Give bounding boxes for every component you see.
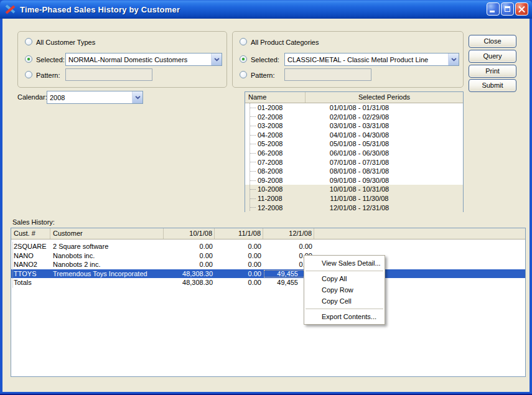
sales-cell[interactable]: Nanobots inc. bbox=[50, 251, 164, 261]
context-menu-item[interactable]: Copy All bbox=[304, 273, 385, 284]
period-range: 05/01/08 - 05/31/08 bbox=[306, 139, 463, 149]
radio-all-product-categories[interactable] bbox=[240, 38, 247, 45]
period-name: 02-2008 bbox=[258, 113, 282, 122]
sales-column-header[interactable]: 12/1/08 bbox=[263, 228, 314, 239]
sales-row[interactable]: Totals48,308.300.0049,455 bbox=[11, 278, 525, 287]
minimize-button[interactable] bbox=[487, 2, 500, 16]
period-row[interactable]: 09-200809/01/08 - 09/30/08 bbox=[245, 176, 463, 185]
sales-row[interactable]: 2SQUARE2 Square software0.000.000.00 bbox=[11, 242, 525, 251]
period-name: 10-2008 bbox=[258, 185, 282, 194]
product-category-dropdown[interactable]: CLASSIC-METAL - Classic Metal Product Li… bbox=[284, 53, 459, 66]
sales-cell[interactable]: Tremendous Toys Incorporated bbox=[50, 269, 164, 279]
period-range: 02/01/08 - 02/29/08 bbox=[306, 113, 463, 122]
period-row[interactable]: 06-200806/01/08 - 06/30/08 bbox=[245, 149, 463, 158]
all-customer-types-label: All Customer Types bbox=[36, 39, 95, 46]
period-name: 07-2008 bbox=[258, 158, 282, 167]
dropdown-arrow-icon[interactable] bbox=[132, 91, 142, 103]
period-row[interactable]: 05-200805/01/08 - 05/31/08 bbox=[245, 139, 463, 149]
tree-branch-icon bbox=[250, 189, 256, 190]
sales-cell[interactable]: 0.00 bbox=[164, 242, 215, 251]
period-name: 11-2008 bbox=[258, 194, 282, 203]
product-selected-label: Selected: bbox=[251, 56, 279, 63]
product-pattern-label: Pattern: bbox=[251, 72, 275, 79]
sales-cell[interactable] bbox=[50, 278, 164, 287]
radio-customer-pattern[interactable] bbox=[25, 71, 32, 78]
dropdown-arrow-icon[interactable] bbox=[448, 53, 459, 65]
radio-all-customer-types[interactable] bbox=[25, 38, 32, 45]
period-range: 06/01/08 - 06/30/08 bbox=[306, 149, 463, 158]
tree-branch-icon bbox=[250, 198, 256, 199]
period-row[interactable]: 12-200812/01/08 - 12/31/08 bbox=[245, 203, 463, 213]
sales-cell[interactable]: 0.00 bbox=[215, 260, 263, 269]
context-menu-item[interactable]: Copy Row bbox=[304, 284, 385, 295]
sales-cell[interactable]: Totals bbox=[11, 278, 50, 287]
sales-cell[interactable]: TTOYS bbox=[11, 269, 50, 279]
sales-row[interactable]: NANO2Nanobots 2 inc.0.000.000.00 bbox=[11, 260, 525, 269]
tree-branch-icon bbox=[250, 116, 256, 117]
customer-pattern-label: Pattern: bbox=[36, 72, 60, 79]
radio-product-selected[interactable] bbox=[240, 55, 247, 63]
product-pattern-input[interactable] bbox=[284, 68, 371, 81]
customer-type-dropdown[interactable]: NORMAL-Normal Domestic Customers bbox=[65, 53, 222, 66]
period-row[interactable]: 08-200808/01/08 - 08/31/08 bbox=[245, 167, 463, 176]
calendar-dropdown[interactable]: 2008 bbox=[47, 91, 143, 104]
sales-column-header[interactable]: 11/1/08 bbox=[215, 228, 263, 239]
period-name: 01-2008 bbox=[258, 103, 282, 113]
period-name: 09-2008 bbox=[258, 176, 282, 185]
sales-cell[interactable]: 2SQUARE bbox=[11, 242, 50, 251]
sales-column-header[interactable]: 10/1/08 bbox=[164, 228, 215, 239]
maximize-button[interactable] bbox=[501, 2, 514, 16]
sales-cell[interactable]: 0.00 bbox=[215, 242, 263, 251]
tree-branch-icon bbox=[250, 135, 256, 136]
radio-product-pattern[interactable] bbox=[240, 71, 247, 78]
period-name: 08-2008 bbox=[258, 167, 282, 176]
sales-column-header[interactable]: Customer bbox=[50, 228, 164, 239]
close-button[interactable]: Close bbox=[469, 35, 516, 48]
period-row[interactable]: 10-200810/01/08 - 10/31/08 bbox=[245, 185, 463, 194]
radio-customer-selected[interactable] bbox=[25, 55, 32, 63]
dropdown-arrow-icon[interactable] bbox=[211, 53, 222, 65]
print-button[interactable]: Print bbox=[469, 65, 516, 78]
context-menu-item[interactable]: Copy Cell bbox=[304, 295, 385, 307]
sales-cell[interactable]: Nanobots 2 inc. bbox=[50, 260, 164, 269]
sales-cell[interactable]: 48,308.30 bbox=[164, 269, 215, 279]
sales-cell[interactable]: NANO2 bbox=[11, 260, 50, 269]
sales-row[interactable]: NANONanobots inc.0.000.000.00 bbox=[11, 251, 525, 261]
period-row[interactable]: 07-200807/01/08 - 07/31/08 bbox=[245, 158, 463, 167]
period-row[interactable]: 11-200811/01/08 - 11/30/08 bbox=[245, 194, 463, 203]
context-menu-item[interactable]: View Sales Detail... bbox=[304, 258, 385, 269]
sales-cell[interactable]: 0.00 bbox=[164, 251, 215, 261]
sales-history-table: Cust. #Customer10/1/0811/1/0812/1/08 2SQ… bbox=[11, 228, 526, 377]
sales-cell[interactable]: 0.00 bbox=[263, 242, 314, 251]
period-row[interactable]: 03-200803/01/08 - 03/31/08 bbox=[245, 121, 463, 131]
periods-col-selected-periods[interactable]: Selected Periods bbox=[306, 92, 463, 103]
sales-row[interactable]: TTOYSTremendous Toys Incorporated48,308.… bbox=[11, 269, 525, 279]
close-window-button[interactable] bbox=[515, 2, 528, 16]
period-range: 11/01/08 - 11/30/08 bbox=[306, 194, 463, 203]
sales-cell[interactable]: 0.00 bbox=[215, 269, 263, 279]
sales-header-filler bbox=[314, 228, 525, 239]
period-row[interactable]: 02-200802/01/08 - 02/29/08 bbox=[245, 113, 463, 122]
titlebar[interactable]: Time-Phased Sales History by Customer bbox=[0, 0, 532, 19]
customer-pattern-input[interactable] bbox=[65, 68, 152, 81]
period-row[interactable]: 04-200804/01/08 - 04/30/08 bbox=[245, 131, 463, 140]
tree-branch-icon bbox=[250, 207, 256, 208]
query-button[interactable]: Query bbox=[469, 50, 516, 63]
app-icon bbox=[5, 4, 16, 15]
sales-cell[interactable]: NANO bbox=[11, 251, 50, 261]
period-row[interactable]: 01-200801/01/08 - 01/31/08 bbox=[245, 103, 463, 113]
period-name: 06-2008 bbox=[258, 149, 282, 158]
periods-col-name[interactable]: Name bbox=[245, 92, 306, 103]
submit-button[interactable]: Submit bbox=[469, 79, 516, 92]
sales-cell[interactable]: 48,308.30 bbox=[164, 278, 215, 287]
sales-cell[interactable]: 2 Square software bbox=[50, 242, 164, 251]
sales-cell[interactable]: 0.00 bbox=[215, 251, 263, 261]
sales-column-header[interactable]: Cust. # bbox=[11, 228, 50, 239]
sales-cell[interactable]: 0.00 bbox=[215, 278, 263, 287]
tree-branch-icon bbox=[250, 171, 256, 172]
tree-branch-icon bbox=[250, 108, 256, 108]
context-menu-item[interactable]: Export Contents... bbox=[304, 311, 385, 322]
period-range: 03/01/08 - 03/31/08 bbox=[306, 121, 463, 131]
period-range: 08/01/08 - 08/31/08 bbox=[306, 167, 463, 176]
sales-cell[interactable]: 0.00 bbox=[164, 260, 215, 269]
